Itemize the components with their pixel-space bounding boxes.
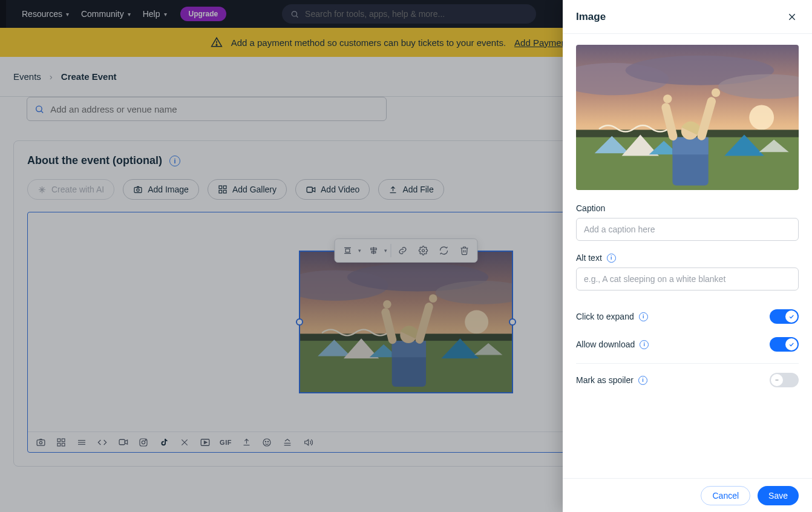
toggle-label: Mark as spoiler (576, 375, 634, 385)
check-icon (785, 338, 797, 350)
panel-footer: Cancel Save (563, 478, 812, 512)
toggle-click-expand[interactable] (770, 309, 799, 324)
toggle-row-expand: Click to expand i (576, 303, 799, 330)
image-panel: Image Caption Alt text i Click to expand… (563, 0, 812, 512)
panel-body: Caption Alt text i Click to expand i All… (563, 34, 812, 478)
alt-label: Alt text i (576, 253, 799, 263)
save-button[interactable]: Save (758, 486, 799, 505)
toggle-label: Click to expand (576, 312, 634, 321)
info-icon[interactable]: i (639, 312, 648, 321)
toggle-allow-download[interactable] (770, 337, 799, 352)
minus-icon (771, 374, 783, 386)
info-icon[interactable]: i (640, 340, 649, 349)
panel-header: Image (563, 0, 812, 34)
alt-input[interactable] (576, 267, 799, 290)
cancel-button[interactable]: Cancel (701, 486, 750, 505)
panel-title: Image (576, 11, 606, 23)
close-icon[interactable] (785, 10, 799, 24)
divider (576, 363, 799, 364)
check-icon (785, 310, 797, 323)
info-icon[interactable]: i (607, 254, 616, 263)
caption-input[interactable] (576, 218, 799, 241)
toggle-row-spoiler: Mark as spoiler i (576, 366, 799, 394)
toggle-row-download: Allow download i (576, 330, 799, 358)
info-icon[interactable]: i (638, 376, 647, 385)
toggle-label: Allow download (576, 340, 635, 349)
alt-label-text: Alt text (576, 253, 602, 263)
image-preview[interactable] (576, 45, 799, 190)
toggle-mark-spoiler[interactable] (770, 373, 799, 387)
caption-label: Caption (576, 203, 799, 213)
